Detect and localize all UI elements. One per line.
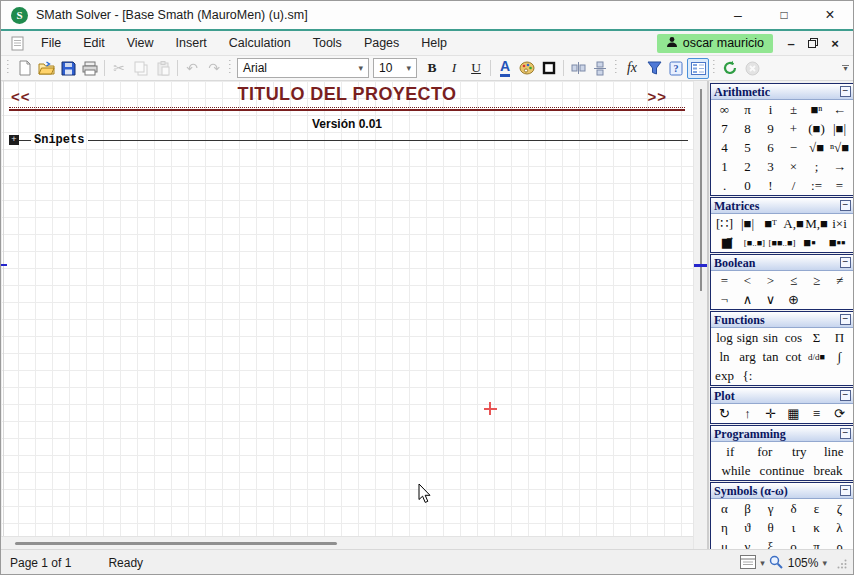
collapse-icon[interactable]: −	[840, 314, 851, 325]
menu-item-tools[interactable]: Tools	[302, 31, 353, 55]
cut-button[interactable]: ✂	[108, 58, 130, 79]
palette-button[interactable]: γ	[759, 501, 782, 517]
palette-button[interactable]: ≠	[828, 273, 851, 289]
open-button[interactable]	[35, 58, 57, 79]
palette-button[interactable]: |■|	[736, 216, 759, 232]
palette-button[interactable]: d/d■	[805, 352, 828, 362]
copy-button[interactable]	[130, 58, 152, 79]
chevron-down-icon[interactable]: ▾	[760, 558, 765, 568]
palette-button[interactable]: −	[782, 140, 805, 156]
palette-button[interactable]: break	[805, 463, 851, 479]
palette-button[interactable]: ±	[782, 102, 805, 118]
palette-button[interactable]: 8	[736, 121, 759, 137]
palette-button[interactable]: ⟳	[828, 406, 851, 422]
palette-button[interactable]: 0	[736, 178, 759, 194]
palette-button[interactable]: ▦	[782, 406, 805, 422]
palette-button[interactable]: tan	[759, 349, 782, 365]
palette-button[interactable]: +	[782, 121, 805, 137]
redo-button[interactable]: ↷	[203, 58, 225, 79]
collapse-icon[interactable]: −	[840, 257, 851, 268]
border-button[interactable]	[538, 58, 560, 79]
palette-button[interactable]: 3	[759, 159, 782, 175]
worksheet-canvas[interactable]: << TITULO DEL PROYECTO >> Versión 0.01 +…	[1, 81, 693, 536]
palette-button[interactable]: 5	[736, 140, 759, 156]
collapse-icon[interactable]: −	[840, 390, 851, 401]
palette-button[interactable]: κ	[805, 520, 828, 536]
palette-button[interactable]: {:	[736, 368, 759, 384]
vertical-scrollbar-thumb[interactable]	[700, 89, 702, 291]
palette-button[interactable]: A,■	[782, 216, 805, 232]
chevron-down-icon[interactable]: ▾	[822, 558, 827, 568]
help-reference-button[interactable]: ?	[665, 58, 687, 79]
palette-button[interactable]: (■)	[805, 121, 828, 137]
align-vertical-button[interactable]	[589, 58, 611, 79]
palette-button[interactable]: ξ	[759, 539, 782, 550]
palette-button[interactable]: if	[713, 444, 748, 460]
filter-button[interactable]	[643, 58, 665, 79]
palette-button[interactable]: 4	[713, 140, 736, 156]
palette-button[interactable]: [■■..■]	[768, 238, 796, 248]
palette-button[interactable]: ×	[782, 159, 805, 175]
palette-button[interactable]: ■ᵀ	[759, 216, 782, 232]
palette-button[interactable]: →	[828, 159, 851, 175]
palette-header-programming[interactable]: Programming−	[711, 426, 853, 442]
palette-button[interactable]: ν	[736, 539, 759, 550]
palette-button[interactable]: ∞	[713, 102, 736, 118]
palette-button[interactable]: exp	[713, 368, 736, 384]
palette-header-symbols[interactable]: Symbols (α-ω)−	[711, 483, 853, 499]
new-button[interactable]	[13, 58, 35, 79]
collapse-icon[interactable]: −	[840, 485, 851, 496]
palette-button[interactable]: .	[713, 178, 736, 194]
palette-button[interactable]: ∨	[759, 292, 782, 308]
font-family-select[interactable]: Arial ▾	[237, 58, 369, 78]
palette-button[interactable]: >	[759, 273, 782, 289]
palette-button[interactable]: [∷]	[713, 216, 736, 232]
print-button[interactable]	[79, 58, 101, 79]
palette-button[interactable]: ζ	[828, 501, 851, 517]
palette-button[interactable]: M,■	[805, 216, 828, 232]
mdi-close-button[interactable]: ×	[825, 34, 845, 53]
palette-header-plot[interactable]: Plot−	[711, 388, 853, 404]
user-badge[interactable]: oscar mauricio	[657, 34, 773, 53]
page-layout-icon[interactable]	[740, 555, 756, 572]
palette-button[interactable]: Σ	[805, 330, 828, 346]
snippet-label[interactable]: Snipets	[31, 133, 88, 147]
toolbar-grip[interactable]	[712, 60, 716, 76]
palette-button[interactable]: [■..■]	[741, 238, 769, 248]
palette-button[interactable]: ✛	[759, 406, 782, 422]
underline-button[interactable]: U	[465, 58, 487, 79]
palette-button[interactable]: sign	[736, 330, 759, 346]
align-horizontal-button[interactable]	[567, 58, 589, 79]
palette-button[interactable]: ■▪	[796, 235, 824, 251]
palette-button[interactable]: ⊕	[782, 292, 805, 308]
palette-button[interactable]: ⁿ√■	[828, 140, 851, 156]
palette-header-boolean[interactable]: Boolean−	[711, 255, 853, 271]
palette-button[interactable]: ∫	[828, 349, 851, 365]
save-button[interactable]	[57, 58, 79, 79]
palette-button[interactable]: ↻	[713, 406, 736, 422]
palette-button[interactable]: Π	[828, 330, 851, 346]
palette-button[interactable]: 2	[736, 159, 759, 175]
palette-button[interactable]: λ	[828, 520, 851, 536]
horizontal-scrollbar-thumb[interactable]	[15, 542, 337, 545]
palette-button[interactable]: √■	[805, 140, 828, 156]
paste-button[interactable]	[152, 58, 174, 79]
palette-button[interactable]: 1	[713, 159, 736, 175]
palette-button[interactable]: cos	[782, 330, 805, 346]
palette-button[interactable]: ≡	[805, 406, 828, 422]
menu-item-file[interactable]: File	[30, 31, 72, 55]
palette-button[interactable]: i	[759, 102, 782, 118]
toolbar-grip[interactable]	[228, 60, 232, 76]
nav-next-marker[interactable]: >>	[647, 88, 667, 105]
palette-button[interactable]: i×i	[828, 216, 851, 232]
menu-item-pages[interactable]: Pages	[353, 31, 410, 55]
recalculate-button[interactable]	[719, 58, 741, 79]
palette-button[interactable]: <	[736, 273, 759, 289]
italic-button[interactable]: I	[443, 58, 465, 79]
palette-button[interactable]: while	[713, 463, 759, 479]
palette-button[interactable]: π	[805, 539, 828, 550]
maximize-button[interactable]: □	[761, 1, 807, 29]
palette-button[interactable]: for	[748, 444, 783, 460]
palette-button[interactable]: !	[759, 178, 782, 194]
palette-button[interactable]: =	[828, 178, 851, 194]
